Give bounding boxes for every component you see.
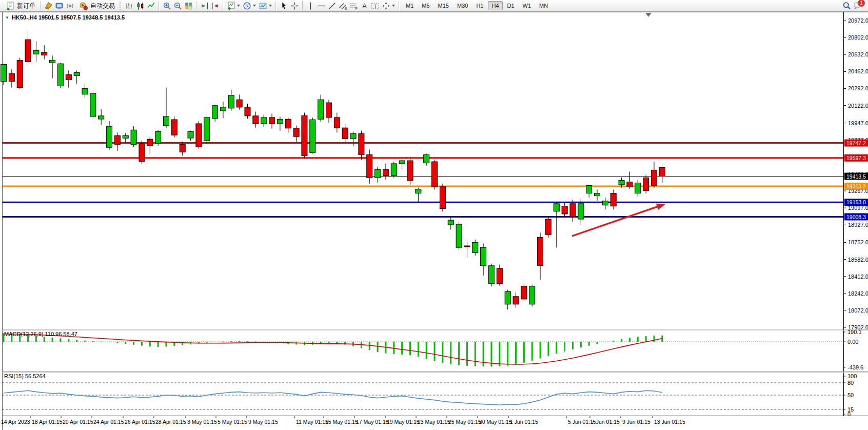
bar-chart-icon[interactable] <box>125 2 134 10</box>
timeframe-button-d1[interactable]: D1 <box>504 1 518 10</box>
indicators-dropdown-icon[interactable] <box>237 5 240 7</box>
periods-dropdown-icon[interactable] <box>253 5 256 7</box>
macd-histogram-bar <box>157 342 159 347</box>
macd-histogram-bar <box>101 342 102 342</box>
macd-histogram-bar <box>247 341 248 342</box>
horizontal-line-icon[interactable] <box>317 2 326 10</box>
arrows-dropdown-icon[interactable] <box>392 5 395 7</box>
notifications-icon[interactable] <box>66 2 74 10</box>
templates-dropdown-icon[interactable] <box>269 5 272 7</box>
macd-histogram-bar <box>540 342 541 358</box>
candle-body-bull <box>220 107 226 111</box>
timeframe-button-m1[interactable]: M1 <box>402 1 417 10</box>
trendline-icon[interactable] <box>328 2 337 10</box>
cursor-icon[interactable] <box>280 2 288 10</box>
price-tick-label: 18927.0 <box>848 222 868 228</box>
chart-shift-marker[interactable] <box>645 13 652 17</box>
macd-tick-label: 190.1 <box>847 329 862 335</box>
time-axis-label: 28 Apr 01:15 <box>155 419 186 425</box>
zoom-out-icon[interactable] <box>173 2 182 10</box>
macd-histogram-bar <box>645 336 647 342</box>
candle-body-bull <box>98 116 104 119</box>
timeframe-button-m5[interactable]: M5 <box>418 1 433 10</box>
timeframe-button-m15[interactable]: M15 <box>435 1 452 10</box>
candle-body-bear <box>383 170 388 176</box>
toolbar-drag-handle[interactable] <box>120 2 122 10</box>
candle-body-bear <box>407 161 413 181</box>
macd-histogram-bar <box>442 342 443 363</box>
candle-body-bear <box>513 297 519 304</box>
rsi-tick-label: 0 <box>847 411 851 417</box>
timeframe-button-m30[interactable]: M30 <box>453 1 471 10</box>
macd-histogram-bar <box>564 342 565 351</box>
metaeditor-icon[interactable] <box>44 2 53 10</box>
price-tick-label: 18752.0 <box>848 239 868 245</box>
terminal-icon[interactable] <box>55 2 64 10</box>
macd-histogram-bar <box>109 342 110 342</box>
autotrading-label: 自动交易 <box>90 2 115 10</box>
macd-histogram-bar <box>654 336 655 342</box>
candle-body-bear <box>464 246 470 247</box>
candle-body-bull <box>212 106 218 119</box>
candle-body-bear <box>359 134 364 155</box>
time-axis-label: 20 Apr 01:15 <box>63 419 93 425</box>
timeframe-button-mn[interactable]: MN <box>536 1 551 10</box>
equidistant-channel-icon[interactable]: E <box>339 2 347 10</box>
macd-histogram-bar <box>458 342 460 365</box>
candle-body-bear <box>497 268 502 284</box>
text-icon[interactable]: A <box>360 2 369 10</box>
timeframe-button-h4[interactable]: H4 <box>488 1 502 10</box>
zoom-in-icon[interactable] <box>163 2 171 10</box>
candle-body-bull <box>456 224 462 247</box>
periods-icon[interactable] <box>243 2 251 10</box>
text-label-icon[interactable]: T <box>371 2 380 10</box>
candle-body-bull <box>375 170 381 178</box>
price-label-19313.2: 19313.2 <box>846 183 866 189</box>
chat-icon[interactable]: 1 <box>853 2 862 10</box>
tile-windows-icon[interactable] <box>184 2 193 10</box>
candle-body-bull <box>57 64 63 86</box>
time-axis-label: 25 May 01:15 <box>448 419 481 425</box>
fibonacci-icon[interactable]: F <box>349 2 358 10</box>
chart-shift-icon[interactable] <box>211 2 220 10</box>
candle-body-bear <box>269 118 275 124</box>
indicators-icon[interactable] <box>227 2 235 10</box>
candle-body-bear <box>659 167 665 176</box>
macd-histogram-bar <box>450 342 451 364</box>
timeframe-button-w1[interactable]: W1 <box>519 1 535 10</box>
time-axis-label: 11 May 01:15 <box>296 419 328 425</box>
crosshair-icon[interactable] <box>290 2 299 10</box>
price-label-19747.2: 19747.2 <box>846 140 866 146</box>
toolbar-separator <box>223 1 224 10</box>
candle-body-bear <box>302 115 307 155</box>
macd-indicator-label: MACD(12,26,9) 110.96 58.47 <box>4 331 77 337</box>
autotrading-button[interactable]: 自动交易 <box>75 1 117 11</box>
candle-body-bear <box>147 139 153 146</box>
vertical-line-icon[interactable] <box>306 2 315 10</box>
new-order-button[interactable]: 新订单 <box>2 1 38 11</box>
price-tick-label: 20632.0 <box>848 51 868 57</box>
collapse-triangle-icon[interactable]: ▼ <box>5 15 9 20</box>
main-toolbar: 新订单 自动交易 <box>0 0 868 12</box>
search-icon[interactable] <box>842 2 851 10</box>
auto-scroll-icon[interactable] <box>200 2 209 10</box>
macd-histogram-bar <box>572 342 574 349</box>
timeframe-button-h1[interactable]: H1 <box>472 1 487 10</box>
candle-body-bear <box>440 187 445 209</box>
trend-arrow-head[interactable] <box>656 204 666 210</box>
time-axis-label: 1 Jun 01:15 <box>510 419 538 425</box>
candlestick-chart-icon[interactable] <box>136 2 145 10</box>
time-axis-label: 14 Apr 2023 <box>1 419 30 425</box>
macd-histogram-bar <box>84 341 86 342</box>
chart-canvas[interactable]: 20972.020802.020632.020462.020292.020122… <box>0 0 868 430</box>
time-axis-label: 26 Apr 01:15 <box>125 419 155 425</box>
candle-body-bear <box>643 178 649 190</box>
trend-arrow-line[interactable] <box>572 207 657 236</box>
candle-body-bull <box>489 266 495 284</box>
arrows-icon[interactable] <box>382 2 390 10</box>
templates-icon[interactable] <box>259 2 267 10</box>
new-order-icon <box>6 2 14 10</box>
price-tick-label: 18072.0 <box>848 307 868 314</box>
symbol-title[interactable]: ▼HK50-,H4 19501.5 19507.5 19348.5 19413.… <box>5 14 125 21</box>
line-chart-icon[interactable] <box>147 2 155 10</box>
